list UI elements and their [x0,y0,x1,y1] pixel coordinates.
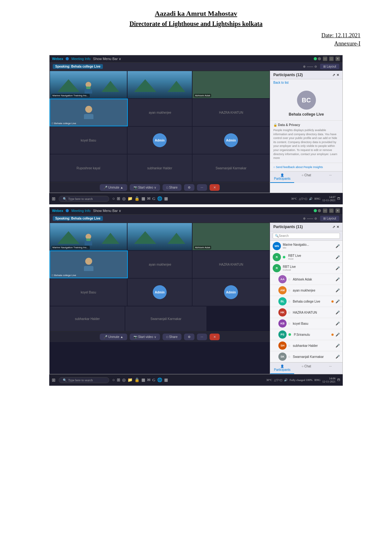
panel-icon-close-2[interactable]: ✕ [336,225,339,229]
taskbar-icon-g-1[interactable]: G [152,196,155,201]
share-btn-2[interactable]: □ Share [163,334,181,340]
name-hazra: HAZRA KHATUN [293,311,334,314]
control-bar-2: 🎤 Unmute ▲ 📷 Start video ∨ □ Share ⚙ ···… [50,331,270,342]
back-to-list-1[interactable]: Back to list [270,79,342,86]
taskbar-icon-lock-1[interactable]: 🔒 [134,196,140,201]
participant-ayan: AM □ ayan mukherjee 🎤 [270,285,342,296]
zoom-control-1[interactable]: ⊕——⊖ [303,65,317,68]
taskbar-icon-2-7[interactable]: ✉ [147,377,151,383]
show-menu-1[interactable]: Show Menu Bar ∨ [93,57,121,61]
lock-ayan: □ [288,289,290,292]
taskbar-icon-grid-1[interactable]: ⊞ [117,196,120,201]
unmute-btn-1[interactable]: 🎤 Unmute ▲ [100,184,127,191]
taskbar-icon-2-3[interactable]: ◎ [122,377,126,383]
taskbar-notif-2[interactable]: 🗔 [337,378,340,382]
info-koyel: koyel Basu [293,322,334,325]
window-close-1[interactable]: ✕ [336,57,340,61]
taskbar-icon-explorer-1[interactable]: 📁 [128,196,133,201]
search-icon-2: 🔍 [63,378,67,382]
meeting-info-tab-1[interactable]: Meeting Info [71,57,91,61]
more-tab-2[interactable]: ··· [318,363,342,374]
taskbar-icon-teams-1[interactable]: ▦ [164,196,168,201]
chat-tab-1[interactable]: ○ Chat [294,172,318,183]
taskbar-network-1: △▽○◻ [299,197,307,200]
participants-tab-1[interactable]: 👤 Participants [270,172,294,183]
main-content-2: Marine Navigation Training Ins... Abhise… [50,223,342,374]
panel-title-2: Participants (11) [273,225,303,229]
video-cell-admin1-2: Admin [127,278,192,306]
annexure-text: Annexure-I [13,40,379,47]
taskbar-icon-2-1[interactable]: ○ [112,377,115,383]
lock-sub: □ [288,344,290,347]
video-cell-marine-2: Marine Navigation Training Ins... [50,223,127,250]
mountain-scene-mid-1 [128,71,192,98]
taskbar-icon-mail-1[interactable]: ✉ [147,196,151,201]
panel-icon-export-1[interactable]: ⇗ [332,73,335,77]
avatar-behala: BL [278,297,287,305]
taskbar-icon-widgets-1[interactable]: ○ [112,196,115,201]
settings-btn-1[interactable]: ⚙ [184,184,194,191]
participants-tab-2[interactable]: 👤 Participants [270,363,294,374]
cell-label-marine-2: Marine Navigation Training Ins... [51,246,90,249]
more-tab-1[interactable]: ··· [318,172,342,183]
taskbar-notif-1[interactable]: 🗔 [337,197,340,200]
chat-tab-2[interactable]: ○ Chat [294,363,318,374]
video-row-1: Marine Navigation Training Ins... Abhise… [50,71,270,99]
window-minimize-2[interactable]: — [323,208,327,213]
video-cell-behala-2: □Behala college Live [50,250,128,278]
layout-btn-1[interactable]: ⊞ Layout [320,64,339,69]
panel-icon-export-2[interactable]: ⇗ [332,225,335,229]
window-maximize-2[interactable]: □ [329,208,334,213]
layout-btn-2[interactable]: ⊞ Layout [320,216,339,221]
taskbar-icon-2-10[interactable]: ▦ [164,377,168,383]
taskbar-icon-2-4[interactable]: 📁 [128,377,133,383]
window-close-2[interactable]: ✕ [336,208,340,213]
name-ayan: ayan mukherjee [293,289,334,292]
end-btn-1[interactable]: ✕ [210,184,220,191]
taskbar-icon-2-9[interactable]: 🌐 [157,377,162,383]
face-body-cam-2 [84,266,93,271]
taskbar-icon-2-6[interactable]: ▦ [141,377,145,383]
name-rbt1: RBT Live [288,254,334,257]
video-btn-2[interactable]: 📷 Start video ∨ [130,334,160,340]
avatar-koyel: KB [278,319,287,328]
name-behala: Behala college Live [293,300,330,303]
zoom-control-2[interactable]: ⊕——⊖ [303,217,317,220]
share-btn-1[interactable]: □ Share [163,184,181,191]
taskbar-search-2[interactable]: 🔍 Type here to search [59,377,109,383]
taskbar-icon-2-8[interactable]: G [152,377,155,383]
taskbar-icon-2-2[interactable]: ⊞ [117,377,120,383]
settings-btn-2[interactable]: ⚙ [184,334,194,340]
mic-behala: 🎤 [336,299,340,304]
taskbar-right-2: 30°C △▽○◻ 🔊 Fully charged 100% BNG 14:06… [266,377,340,383]
taskbar-icon-edge-1[interactable]: ◎ [122,196,126,201]
mask-1 [86,87,91,89]
taskbar-search-1[interactable]: 🔍 Type here to search [59,196,109,202]
more-btn-2[interactable]: ··· [197,334,207,340]
video-cell-admin1-1: Admin [127,126,192,154]
panel-title-1: Participants (12) [273,73,303,77]
mic-ayan: 🎤 [336,288,340,293]
taskbar-1: ⊞ 🔍 Type here to search ○ ⊞ ◎ 📁 🔒 ▦ ✉ G … [49,193,343,204]
show-menu-2[interactable]: Show Menu Bar ∨ [93,209,121,213]
taskbar-icon-2-5[interactable]: 🔒 [134,377,140,383]
panel-icon-close-1[interactable]: ✕ [336,73,339,77]
send-feedback-1[interactable]: ○ Send feedback about People Insights [270,163,342,171]
window-maximize-1[interactable]: □ [329,57,334,61]
document-header: Aazadi ka Amrut Mahostav Directorate of … [0,0,392,55]
start-button-1[interactable]: ⊞ [52,196,56,202]
avatar-rbt1: R [273,253,281,261]
meeting-info-tab-2[interactable]: Meeting Info [71,209,91,213]
name-sub: subhankar Halder [293,344,334,347]
video-btn-1[interactable]: 📷 Start video ∨ [130,184,160,191]
avatar-hazra: HK [278,308,287,317]
more-btn-1[interactable]: ··· [197,184,207,191]
taskbar-icon-store-1[interactable]: ▦ [141,196,145,201]
start-button-2[interactable]: ⊞ [52,377,56,383]
end-btn-2[interactable]: ✕ [210,334,220,340]
window-minimize-1[interactable]: — [323,57,327,61]
unmute-btn-2[interactable]: 🎤 Unmute ▲ [100,334,127,340]
participant-search-input-2[interactable]: 🔍 Search [273,233,340,239]
participant-marine: MN Marine Navigatio... Me 🎤 [270,241,342,252]
taskbar-icon-web-1[interactable]: 🌐 [157,196,162,201]
